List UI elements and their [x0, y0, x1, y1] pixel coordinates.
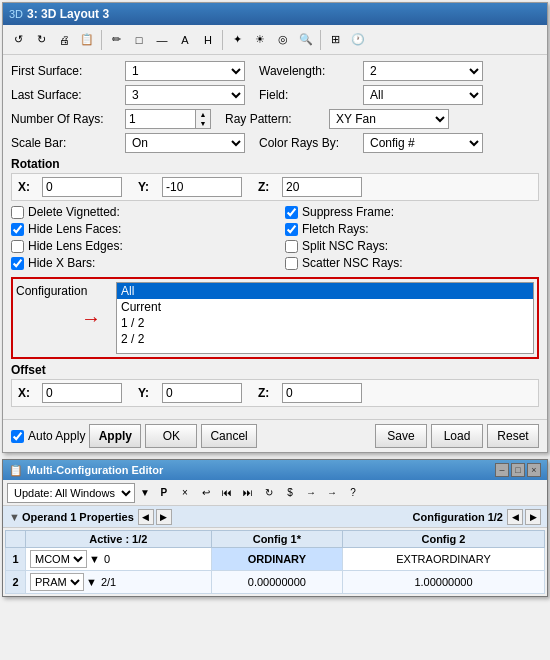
apply-button[interactable]: Apply: [89, 424, 141, 448]
configuration-listbox[interactable]: All Current 1 / 2 2 / 2: [116, 282, 534, 354]
field-select[interactable]: 12All: [363, 85, 483, 105]
rotation-x-input[interactable]: [42, 177, 122, 197]
fletch-rays-check[interactable]: [285, 223, 298, 236]
toolbar-btn-clock[interactable]: 🕐: [347, 29, 369, 51]
load-button[interactable]: Load: [431, 424, 483, 448]
cancel-button[interactable]: Cancel: [201, 424, 256, 448]
toolbar-btn-rect[interactable]: □: [128, 29, 150, 51]
sub-window-title: Multi-Configuration Editor: [27, 464, 163, 476]
offset-z-label: Z:: [258, 386, 276, 400]
toolbar-btn-forward[interactable]: ↻: [30, 29, 52, 51]
operand-properties-section: ▼ Operand 1 Properties ◀ ▶: [9, 509, 172, 525]
suppress-frame-check[interactable]: [285, 206, 298, 219]
toolbar-btn-back[interactable]: ↺: [7, 29, 29, 51]
sub-maximize-btn[interactable]: □: [511, 463, 525, 477]
table-row: 1 MCOM ▼ 0 ORDINARY EXTRAORDINARY: [6, 548, 545, 571]
sub-tb-refresh-btn[interactable]: ↻: [260, 484, 278, 502]
sub-tb-dollar-btn[interactable]: $: [281, 484, 299, 502]
toolbar-btn-target[interactable]: ◎: [272, 29, 294, 51]
rotation-z-input[interactable]: [282, 177, 362, 197]
offset-y-input[interactable]: [162, 383, 242, 403]
row-1-config1[interactable]: ORDINARY: [211, 548, 342, 571]
sub-tb-arrow2-btn[interactable]: →: [323, 484, 341, 502]
toolbar-btn-h[interactable]: H: [197, 29, 219, 51]
sub-tb-arrow1-btn[interactable]: →: [302, 484, 320, 502]
toolbar-btn-pen[interactable]: ✏: [105, 29, 127, 51]
row-2-active: PRAM ▼ 2/1: [26, 571, 212, 594]
hide-x-bars-check[interactable]: [11, 257, 24, 270]
toolbar-btn-copy[interactable]: 📋: [76, 29, 98, 51]
row-2-config1[interactable]: 0.00000000: [211, 571, 342, 594]
toolbar-btn-line[interactable]: —: [151, 29, 173, 51]
row-2-config2[interactable]: 1.00000000: [342, 571, 544, 594]
offset-z-input[interactable]: [282, 383, 362, 403]
split-nsc-label: Split NSC Rays:: [302, 239, 388, 253]
hide-lens-edges-check[interactable]: [11, 240, 24, 253]
save-button[interactable]: Save: [375, 424, 427, 448]
split-nsc-row: Split NSC Rays:: [285, 239, 539, 253]
configuration-section: → Configuration All Current 1 / 2 2 / 2: [11, 277, 539, 359]
scatter-nsc-check[interactable]: [285, 257, 298, 270]
scale-bar-select[interactable]: OnOff: [125, 133, 245, 153]
sub-tb-first-btn[interactable]: ⏮: [218, 484, 236, 502]
delete-vignetted-check[interactable]: [11, 206, 24, 219]
rotation-inputs: X: Y: Z:: [11, 173, 539, 201]
auto-apply-check[interactable]: [11, 430, 24, 443]
config-nav-left[interactable]: ◀: [507, 509, 523, 525]
spin-down[interactable]: ▼: [196, 119, 210, 128]
config-nav-right[interactable]: ▶: [525, 509, 541, 525]
config-arrow: →: [81, 307, 101, 330]
sub-tb-undo-btn[interactable]: ↩: [197, 484, 215, 502]
toolbar-btn-search[interactable]: 🔍: [295, 29, 317, 51]
hide-lens-faces-check[interactable]: [11, 223, 24, 236]
config-item-all[interactable]: All: [117, 283, 533, 299]
operand-nav-right[interactable]: ▶: [156, 509, 172, 525]
color-rays-by-label: Color Rays By:: [259, 136, 359, 150]
wavelength-select[interactable]: 123All: [363, 61, 483, 81]
offset-x-input[interactable]: [42, 383, 122, 403]
last-surface-label: Last Surface:: [11, 88, 121, 102]
toolbar-btn-text[interactable]: A: [174, 29, 196, 51]
first-surface-select[interactable]: 123: [125, 61, 245, 81]
toolbar-btn-sun[interactable]: ☀: [249, 29, 271, 51]
sub-tb-p-btn[interactable]: P: [155, 484, 173, 502]
first-surface-row: First Surface: 123 Wavelength: 123All: [11, 61, 539, 81]
reset-button[interactable]: Reset: [487, 424, 539, 448]
config-item-current[interactable]: Current: [117, 299, 533, 315]
row-1-config2[interactable]: EXTRAORDINARY: [342, 548, 544, 571]
sub-close-btn[interactable]: ×: [527, 463, 541, 477]
row-1-operand-select[interactable]: MCOM: [30, 550, 87, 568]
spin-controls: ▲ ▼: [195, 109, 211, 129]
split-nsc-check[interactable]: [285, 240, 298, 253]
sub-tb-play-btn[interactable]: ⏭: [239, 484, 257, 502]
delete-vignetted-row: Delete Vignetted:: [11, 205, 265, 219]
sub-tb-help-btn[interactable]: ?: [344, 484, 362, 502]
config-item-2-2[interactable]: 2 / 2: [117, 331, 533, 347]
num-rays-input[interactable]: 1: [125, 109, 195, 129]
bottom-buttons-bar: Auto Apply Apply OK Cancel Save Load Res…: [3, 419, 547, 452]
color-rays-by-select[interactable]: Config #WavelengthFieldNone: [363, 133, 483, 153]
config-1-2-label: Configuration 1/2: [413, 511, 503, 523]
operand-nav-left[interactable]: ◀: [138, 509, 154, 525]
toolbar-btn-grid[interactable]: ⊞: [324, 29, 346, 51]
config-item-1-2[interactable]: 1 / 2: [117, 315, 533, 331]
main-title-bar: 3D 3: 3D Layout 3: [3, 3, 547, 25]
last-surface-select[interactable]: 123: [125, 85, 245, 105]
sub-toolbar: Update: All Windows Update: Current ▼ P …: [3, 480, 547, 506]
ok-button[interactable]: OK: [145, 424, 197, 448]
auto-apply-row: Auto Apply: [11, 429, 85, 443]
row-2-operand-select[interactable]: PRAM: [30, 573, 84, 591]
rotation-section: Rotation X: Y: Z:: [11, 157, 539, 201]
update-select[interactable]: Update: All Windows Update: Current: [7, 483, 135, 503]
toolbar-btn-print[interactable]: 🖨: [53, 29, 75, 51]
row-2-active-num: 2/1: [101, 576, 116, 588]
toolbar-btn-star[interactable]: ✦: [226, 29, 248, 51]
sub-tb-cross-btn[interactable]: ×: [176, 484, 194, 502]
rotation-y-input[interactable]: [162, 177, 242, 197]
spin-up[interactable]: ▲: [196, 110, 210, 119]
row-1-num: 1: [6, 548, 26, 571]
col-header-config2: Config 2: [342, 531, 544, 548]
operand-properties-label: Operand 1 Properties: [22, 511, 134, 523]
sub-minimize-btn[interactable]: –: [495, 463, 509, 477]
ray-pattern-select[interactable]: XY FanX FanY FanRing: [329, 109, 449, 129]
